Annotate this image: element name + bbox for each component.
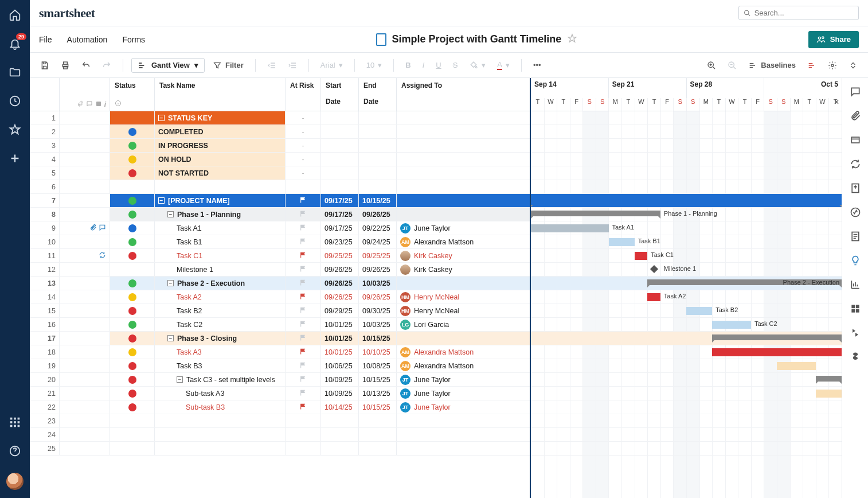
task-name-cell[interactable]: −Phase 2 - Execution bbox=[155, 277, 286, 290]
grid-row[interactable]: 22Sub-task B310/14/2510/15/25JTJune Tayl… bbox=[30, 400, 530, 414]
task-name-cell[interactable]: −[PROJECT NAME] bbox=[155, 194, 286, 207]
col-end-date[interactable]: EndDate bbox=[359, 78, 397, 111]
row-number[interactable]: 7 bbox=[30, 194, 60, 207]
grid-row[interactable]: 12Milestone 109/26/2509/26/25Kirk Caskey bbox=[30, 263, 530, 277]
at-risk-cell[interactable] bbox=[286, 249, 321, 262]
status-cell[interactable] bbox=[110, 277, 155, 290]
attachments-icon[interactable] bbox=[850, 110, 861, 122]
collapse-toggle[interactable]: − bbox=[167, 335, 174, 341]
row-number[interactable]: 8 bbox=[30, 208, 60, 221]
row-number[interactable]: 18 bbox=[30, 345, 60, 359]
assigned-to-cell[interactable]: JTJune Taylor bbox=[397, 387, 530, 400]
gantt-row[interactable] bbox=[531, 180, 842, 194]
at-risk-cell[interactable]: - bbox=[286, 166, 321, 180]
settings-gear-icon[interactable] bbox=[824, 59, 840, 72]
gantt-row[interactable]: Task B1 bbox=[531, 235, 842, 249]
assigned-to-cell[interactable]: JTJune Taylor bbox=[397, 373, 530, 386]
task-name-cell[interactable]: −Task C3 - set multiple levels bbox=[155, 373, 286, 386]
gantt-bar[interactable] bbox=[531, 211, 660, 216]
at-risk-cell[interactable] bbox=[286, 235, 321, 248]
row-number[interactable]: 15 bbox=[30, 304, 60, 317]
grid-row[interactable]: 5NOT STARTED- bbox=[30, 166, 530, 180]
start-date-cell[interactable]: 09/26/25 bbox=[321, 277, 359, 290]
at-risk-cell[interactable] bbox=[286, 414, 321, 427]
search-input[interactable] bbox=[754, 9, 854, 17]
gantt-row[interactable] bbox=[531, 332, 842, 345]
start-date-cell[interactable]: 10/09/25 bbox=[321, 373, 359, 386]
at-risk-cell[interactable] bbox=[286, 263, 321, 276]
grid-row[interactable]: 1−STATUS KEY- bbox=[30, 111, 530, 125]
folder-icon[interactable] bbox=[8, 65, 22, 79]
task-name-cell[interactable]: NOT STARTED bbox=[155, 166, 286, 180]
row-number[interactable]: 14 bbox=[30, 290, 60, 304]
task-name-cell[interactable]: ON HOLD bbox=[155, 153, 286, 166]
at-risk-cell[interactable]: - bbox=[286, 125, 321, 138]
col-status[interactable]: Status bbox=[110, 78, 155, 111]
gantt-row[interactable]: Task C1 bbox=[531, 249, 842, 263]
grid-row[interactable]: 25 bbox=[30, 442, 530, 456]
row-number[interactable]: 17 bbox=[30, 332, 60, 345]
view-switcher[interactable]: Gantt View ▾ bbox=[131, 58, 205, 73]
assigned-to-cell[interactable] bbox=[397, 180, 530, 193]
start-date-cell[interactable]: 09/26/25 bbox=[321, 290, 359, 304]
col-task-name[interactable]: Task Name bbox=[155, 78, 286, 111]
assigned-to-cell[interactable]: Kirk Caskey bbox=[397, 249, 530, 262]
at-risk-cell[interactable] bbox=[286, 387, 321, 400]
start-date-cell[interactable]: 09/25/25 bbox=[321, 249, 359, 262]
global-search[interactable] bbox=[738, 6, 859, 20]
status-cell[interactable] bbox=[110, 180, 155, 193]
assigned-to-cell[interactable]: AMAlexandra Mattson bbox=[397, 359, 530, 372]
task-name-cell[interactable] bbox=[155, 428, 286, 441]
at-risk-cell[interactable]: - bbox=[286, 111, 321, 124]
end-date-cell[interactable]: 09/30/25 bbox=[359, 304, 397, 317]
gantt-body[interactable]: Phase 1 - PlanningTask A1Task B1Task C1M… bbox=[531, 111, 842, 498]
row-number[interactable]: 9 bbox=[30, 221, 60, 235]
task-name-cell[interactable]: −Phase 1 - Planning bbox=[155, 208, 286, 221]
menu-forms[interactable]: Forms bbox=[122, 35, 145, 44]
assigned-to-cell[interactable] bbox=[397, 414, 530, 427]
gantt-bar[interactable] bbox=[816, 390, 842, 398]
at-risk-cell[interactable] bbox=[286, 318, 321, 331]
status-cell[interactable] bbox=[110, 442, 155, 455]
status-cell[interactable] bbox=[110, 387, 155, 400]
start-date-cell[interactable] bbox=[321, 111, 359, 124]
start-date-cell[interactable] bbox=[321, 428, 359, 441]
status-cell[interactable] bbox=[110, 359, 155, 372]
grid-row[interactable]: 10Task B109/23/2509/24/25AMAlexandra Mat… bbox=[30, 235, 530, 249]
favorite-star-icon[interactable] bbox=[567, 33, 577, 45]
create-new-icon[interactable] bbox=[8, 151, 22, 165]
task-name-cell[interactable]: −STATUS KEY bbox=[155, 111, 286, 124]
status-cell[interactable] bbox=[110, 153, 155, 166]
row-number[interactable]: 10 bbox=[30, 235, 60, 248]
end-date-cell[interactable]: 10/15/25 bbox=[359, 194, 397, 207]
grid-row[interactable]: 16Task C210/01/2510/03/25LGLori Garcia bbox=[30, 318, 530, 332]
gantt-row[interactable] bbox=[531, 345, 842, 359]
task-name-cell[interactable]: Task B3 bbox=[155, 359, 286, 372]
end-date-cell[interactable]: 10/03/25 bbox=[359, 318, 397, 331]
task-name-cell[interactable] bbox=[155, 414, 286, 427]
favorites-icon[interactable] bbox=[8, 123, 22, 137]
notifications-icon[interactable]: 29 bbox=[8, 37, 22, 50]
gantt-bar[interactable] bbox=[635, 252, 648, 260]
gantt-row[interactable] bbox=[531, 359, 842, 373]
publish-icon[interactable] bbox=[850, 182, 861, 194]
zoom-in-icon[interactable] bbox=[703, 59, 720, 72]
recent-icon[interactable] bbox=[8, 94, 22, 108]
status-cell[interactable] bbox=[110, 263, 155, 276]
at-risk-cell[interactable] bbox=[286, 400, 321, 414]
gantt-row[interactable] bbox=[531, 194, 842, 208]
assigned-to-cell[interactable] bbox=[397, 428, 530, 441]
proofs-icon[interactable] bbox=[850, 134, 861, 146]
task-name-cell[interactable] bbox=[155, 180, 286, 193]
at-risk-cell[interactable] bbox=[286, 290, 321, 304]
menu-automation[interactable]: Automation bbox=[67, 35, 108, 44]
end-date-cell[interactable]: 10/03/25 bbox=[359, 277, 397, 290]
assigned-to-cell[interactable] bbox=[397, 125, 530, 138]
grid-row[interactable]: 19Task B310/06/2510/08/25AMAlexandra Mat… bbox=[30, 359, 530, 373]
gantt-bar[interactable] bbox=[712, 348, 842, 356]
row-number[interactable]: 13 bbox=[30, 277, 60, 290]
row-number[interactable]: 6 bbox=[30, 180, 60, 193]
at-risk-cell[interactable] bbox=[286, 221, 321, 235]
grid-row[interactable]: 13−Phase 2 - Execution09/26/2510/03/25 bbox=[30, 277, 530, 290]
at-risk-cell[interactable] bbox=[286, 208, 321, 221]
